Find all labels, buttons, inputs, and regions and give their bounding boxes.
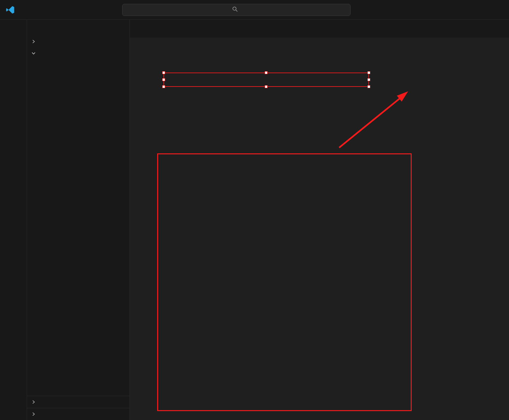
menu-more-button[interactable] bbox=[67, 3, 75, 17]
menu-view[interactable] bbox=[48, 3, 57, 17]
chevron-right-icon bbox=[30, 411, 37, 417]
sidebar-header bbox=[27, 20, 129, 36]
annotation-box-breadcrumb-code bbox=[157, 153, 412, 411]
titlebar bbox=[0, 0, 509, 20]
menu-goto[interactable] bbox=[57, 3, 67, 17]
chevron-right-icon bbox=[30, 39, 37, 44]
breadcrumb bbox=[130, 38, 509, 53]
search-icon bbox=[232, 6, 238, 14]
section-open-editors[interactable] bbox=[27, 36, 129, 47]
vscode-logo bbox=[6, 5, 15, 14]
tab-bar bbox=[130, 20, 509, 38]
annotation-box-import bbox=[164, 73, 369, 87]
file-tree bbox=[27, 59, 129, 396]
section-outline[interactable] bbox=[27, 396, 129, 408]
menu-selection[interactable] bbox=[38, 3, 48, 17]
command-center-search[interactable] bbox=[122, 4, 351, 16]
chevron-down-icon bbox=[30, 51, 37, 56]
menu-file[interactable] bbox=[19, 3, 29, 17]
menubar bbox=[19, 0, 75, 19]
section-project[interactable] bbox=[27, 47, 129, 59]
activity-bar bbox=[0, 20, 27, 420]
menu-edit[interactable] bbox=[29, 3, 38, 17]
section-timeline[interactable] bbox=[27, 408, 129, 420]
chevron-right-icon bbox=[30, 399, 37, 405]
sidebar-explorer bbox=[27, 20, 130, 420]
